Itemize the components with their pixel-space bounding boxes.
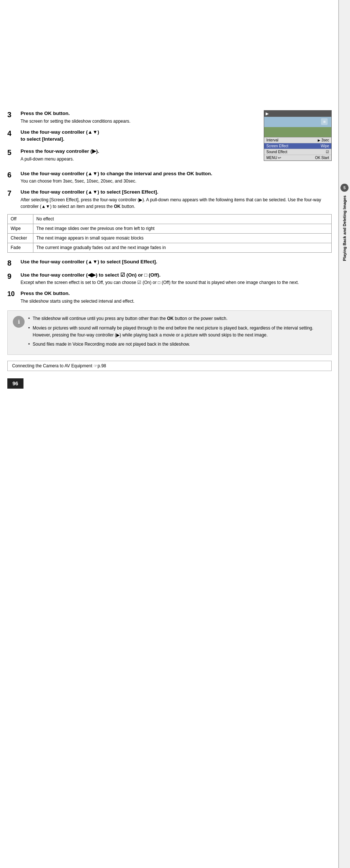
step-7-title: Use the four-way controller (▲▼) to sele…	[21, 189, 332, 196]
camera-row-interval-label: Interval	[266, 138, 278, 142]
step-10-number: 10	[7, 290, 19, 298]
camera-row-sound-value: ☑	[326, 150, 329, 154]
camera-row-sound-label: Sound Effect	[266, 150, 287, 154]
step-7-desc: After selecting [Screen Effect], press t…	[21, 197, 332, 210]
effect-desc-off: No effect	[33, 215, 332, 224]
step-9-title: Use the four-way controller (◀▶) to sele…	[21, 272, 332, 279]
camera-ok-label: OK Start	[315, 156, 329, 160]
step-10-desc: The slideshow starts using the selected …	[21, 298, 332, 305]
table-row: Wipe The next image slides over the prev…	[8, 224, 332, 234]
step-9-desc: Except when the screen effect is set to …	[21, 279, 332, 286]
effect-name-fade: Fade	[8, 243, 33, 252]
effect-name-off: Off	[8, 215, 33, 224]
effect-name-wipe: Wipe	[8, 224, 33, 234]
step-9-number: 9	[7, 272, 19, 281]
step-8-number: 8	[7, 259, 19, 267]
memo-bullet-3: Sound files made in Voice Recording mode…	[28, 341, 326, 348]
step-5-title: Press the four-way controller (▶).	[21, 148, 259, 155]
step-10-title: Press the OK button.	[21, 290, 332, 297]
camera-row-screen-value: Wipe	[321, 144, 329, 148]
camera-row-screen-label: Screen Effect	[266, 144, 288, 148]
step-3-number: 3	[7, 110, 19, 119]
camera-screen: ▶ ⊠ Interval ▶ 3sec Screen Effect Wipe	[264, 110, 332, 161]
step-8-title: Use the four-way controller (▲▼) to sele…	[21, 259, 332, 266]
effect-desc-checker: The next image appears in small square m…	[33, 233, 332, 243]
reference-box: Connecting the Camera to AV Equipment ☞p…	[7, 361, 332, 371]
effect-desc-wipe: The next image slides over the previous …	[33, 224, 332, 234]
step-7-number: 7	[7, 189, 19, 198]
effect-name-checker: Checker	[8, 233, 33, 243]
step-5-desc: A pull-down menu appears.	[21, 156, 259, 162]
memo-icon: ℹ	[13, 316, 25, 328]
step-3-title: Press the OK button.	[21, 110, 259, 117]
effect-table: Off No effect Wipe The next image slides…	[7, 214, 332, 252]
memo-bullet-2: Movies or pictures with sound will norma…	[28, 325, 326, 339]
step-4-title: Use the four-way controller (▲▼)to selec…	[21, 129, 259, 143]
effect-desc-fade: The current image gradually fades out an…	[33, 243, 332, 252]
step-4-number: 4	[7, 129, 19, 138]
table-row: Fade The current image gradually fades o…	[8, 243, 332, 252]
step-3-desc: The screen for setting the slideshow con…	[21, 118, 259, 125]
table-row: Checker The next image appears in small …	[8, 233, 332, 243]
reference-text: Connecting the Camera to AV Equipment ☞p…	[12, 363, 106, 368]
step-6-number: 6	[7, 170, 19, 179]
page-number: 96	[7, 378, 23, 389]
memo-box: ℹ The slideshow will continue until you …	[7, 310, 332, 355]
table-row: Off No effect	[8, 215, 332, 224]
memo-bullet-1: The slideshow will continue until you pr…	[28, 315, 326, 322]
camera-menu-label: MENU ↩	[266, 156, 281, 160]
step-6-desc: You can choose from 3sec, 5sec, 10sec, 2…	[21, 178, 332, 184]
camera-row-interval-value: ▶ 3sec	[318, 138, 329, 142]
step-6-title: Use the four-way controller (▲▼) to chan…	[21, 170, 332, 177]
step-5-number: 5	[7, 148, 19, 157]
